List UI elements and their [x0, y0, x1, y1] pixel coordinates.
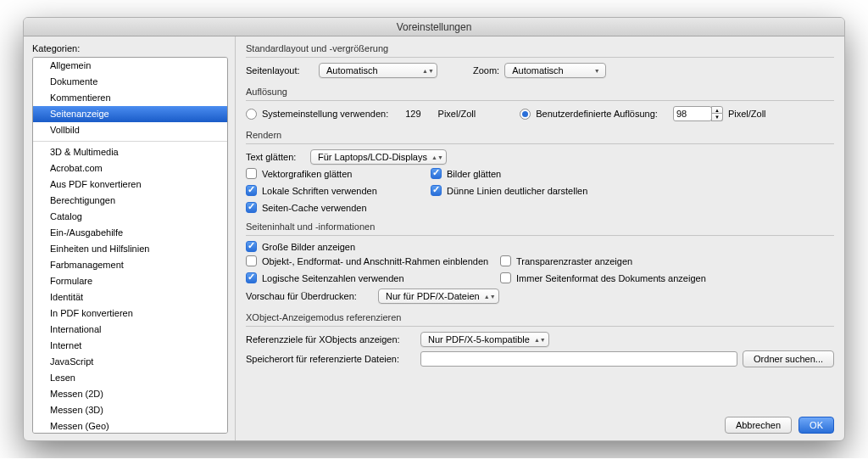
use-system-label: Systemeinstellung verwenden:	[262, 109, 388, 119]
browse-folder-button[interactable]: Ordner suchen...	[743, 350, 834, 367]
settings-panel: Standardlayout und -vergrößerung Seitenl…	[236, 36, 844, 440]
custom-resolution-stepper[interactable]: ▲▼	[673, 106, 723, 121]
show-boxes-checkbox[interactable]	[246, 255, 257, 266]
smooth-text-label: Text glätten:	[246, 152, 305, 162]
always-page-format-checkbox[interactable]	[500, 272, 511, 283]
resolution-unit-1: Pixel/Zoll	[438, 109, 476, 119]
category-item[interactable]: Acrobat.com	[33, 160, 227, 176]
category-item[interactable]: Lesen	[33, 370, 227, 386]
section-resolution: Auflösung Systemeinstellung verwenden: 1…	[246, 87, 834, 125]
section-render: Rendern Text glätten: Für Laptops/LCD-Di…	[246, 130, 834, 216]
resolution-unit-2: Pixel/Zoll	[728, 109, 766, 119]
xobject-path-input[interactable]	[420, 351, 737, 367]
category-item[interactable]: Internet	[33, 338, 227, 354]
updown-icon: ▲▼	[485, 294, 495, 299]
xobject-ref-label: Referenzziele für XObjects anzeigen:	[246, 334, 415, 345]
updown-icon: ▲▼	[423, 69, 433, 73]
zoom-label: Zoom:	[473, 65, 499, 76]
ok-button[interactable]: OK	[798, 417, 834, 434]
category-item[interactable]: Vollbild	[33, 122, 227, 138]
transparency-grid-checkbox[interactable]	[500, 255, 511, 266]
thin-lines-checkbox[interactable]	[431, 185, 442, 196]
cancel-button[interactable]: Abbrechen	[725, 417, 792, 434]
local-fonts-checkbox[interactable]	[246, 185, 257, 196]
category-label: Kategorien:	[32, 43, 228, 53]
stepper-down-button[interactable]: ▼	[711, 114, 723, 121]
category-item[interactable]: Kommentieren	[33, 90, 227, 106]
category-item[interactable]: Farbmanagement	[33, 257, 227, 273]
custom-resolution-radio[interactable]	[520, 109, 531, 120]
updown-icon: ▲▼	[535, 338, 545, 342]
smooth-vector-checkbox[interactable]	[246, 168, 257, 179]
overprint-combo[interactable]: Nur für PDF/X-Dateien▲▼	[378, 289, 499, 304]
overprint-label: Vorschau für Überdrucken:	[246, 291, 373, 301]
category-item[interactable]: Allgemein	[33, 58, 227, 74]
xobject-path-label: Speicherort für referenzierte Dateien:	[246, 354, 415, 364]
category-item[interactable]: 3D & Multimedia	[33, 144, 227, 160]
category-item[interactable]: Formulare	[33, 273, 227, 289]
large-images-checkbox[interactable]	[246, 241, 257, 252]
category-item[interactable]: In PDF konvertieren	[33, 305, 227, 322]
section-xobject-title: XObject-Anzeigemodus referenzieren	[246, 312, 834, 322]
section-content: Seiteninhalt und -informationen Große Bi…	[246, 221, 834, 307]
category-listbox[interactable]: AllgemeinDokumenteKommentierenSeitenanze…	[32, 57, 228, 434]
section-xobject: XObject-Anzeigemodus referenzieren Refer…	[246, 312, 834, 371]
category-item[interactable]: Messen (3D)	[33, 402, 227, 418]
section-resolution-title: Auflösung	[246, 87, 834, 97]
custom-resolution-label: Benutzerdefinierte Auflösung:	[536, 109, 658, 119]
category-item[interactable]: Einheiten und Hilfslinien	[33, 241, 227, 257]
window-title: Voreinstellungen	[24, 18, 844, 36]
category-item[interactable]: JavaScript	[33, 354, 227, 370]
category-item[interactable]: Ein-/Ausgabehilfe	[33, 225, 227, 241]
zoom-combo[interactable]: Automatisch▼	[504, 63, 606, 78]
custom-resolution-input[interactable]	[673, 106, 712, 121]
page-layout-combo[interactable]: Automatisch▲▼	[319, 63, 437, 78]
category-item[interactable]: Dokumente	[33, 74, 227, 90]
section-render-title: Rendern	[246, 130, 834, 140]
section-content-title: Seiteninhalt und -informationen	[246, 221, 834, 232]
updown-icon: ▲▼	[432, 155, 442, 160]
use-system-radio[interactable]	[246, 109, 257, 120]
preferences-window: Voreinstellungen Kategorien: AllgemeinDo…	[23, 17, 845, 441]
xobject-ref-combo[interactable]: Nur PDF/X-5-kompatible▲▼	[420, 332, 549, 347]
page-layout-label: Seitenlayout:	[246, 65, 314, 76]
category-item[interactable]: Aus PDF konvertieren	[33, 176, 227, 193]
category-panel: Kategorien: AllgemeinDokumenteKommentier…	[24, 36, 236, 440]
category-separator	[33, 141, 227, 142]
system-resolution-value: 129	[405, 109, 420, 119]
category-item[interactable]: Berechtigungen	[33, 193, 227, 209]
smooth-text-combo[interactable]: Für Laptops/LCD-Displays▲▼	[310, 149, 447, 165]
dropdown-icon: ▼	[592, 69, 602, 73]
category-item[interactable]: Messen (2D)	[33, 386, 227, 402]
logical-pages-checkbox[interactable]	[246, 272, 257, 283]
category-item[interactable]: Seitenanzeige	[33, 106, 227, 122]
category-item[interactable]: Identität	[33, 289, 227, 305]
stepper-up-button[interactable]: ▲	[711, 106, 723, 114]
category-item[interactable]: Messen (Geo)	[33, 418, 227, 434]
section-layout: Standardlayout und -vergrößerung Seitenl…	[246, 43, 834, 81]
smooth-images-checkbox[interactable]	[431, 168, 442, 179]
category-item[interactable]: Catalog	[33, 209, 227, 225]
dialog-footer: Abbrechen OK	[246, 412, 834, 434]
section-layout-title: Standardlayout und -vergrößerung	[246, 43, 834, 53]
page-cache-checkbox[interactable]	[246, 202, 257, 213]
category-item[interactable]: International	[33, 322, 227, 338]
